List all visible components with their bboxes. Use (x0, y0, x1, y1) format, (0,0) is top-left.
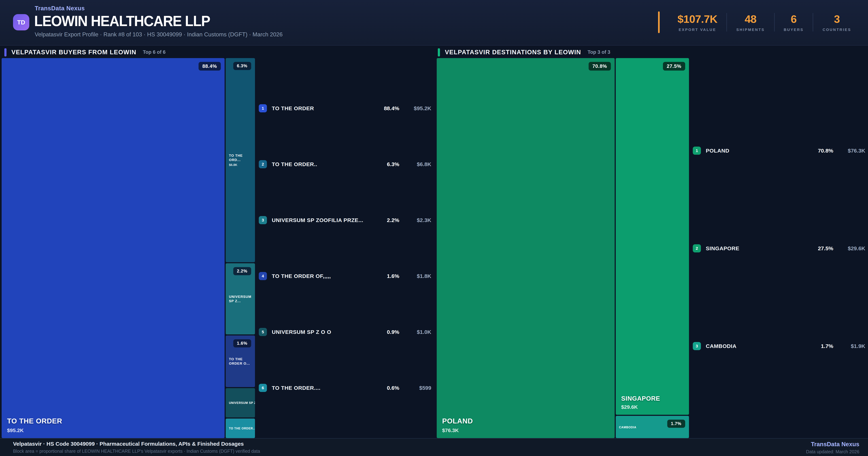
stat-countries-label: COUNTRIES (823, 28, 851, 31)
destinations-top-label: Top 3 of 3 (588, 49, 610, 55)
destination-row-3[interactable]: 3 CAMBODIA 1.7% $1.9K (693, 340, 865, 351)
treemap-block-buyer-3[interactable]: 2.2% UNIVERSUM SP Z... (226, 263, 255, 334)
treemap-block-buyer-5[interactable]: UNIVERSUM SP Z O O (226, 388, 255, 418)
brand-logo: TD (13, 14, 29, 30)
footer: Velpatasvir · HS Code 30049099 · Pharmac… (0, 438, 868, 456)
buyer-4-share-badge: 1.6% (233, 339, 251, 347)
destinations-accent-bar (438, 48, 440, 56)
destinations-section-title: VELPATASVIR DESTINATIONS BY LEOWIN (445, 49, 581, 55)
treemap-block-buyer-4[interactable]: 1.6% TO THE ORDER O... (226, 336, 255, 387)
destination-row-2-name: SINGAPORE (706, 245, 803, 251)
buyer-row-3-name: UNIVERSUM SP ZOOFILIA PRZE... (272, 217, 369, 223)
buyer-row-4-name: TO THE ORDER OF,,,,, (272, 273, 369, 279)
stat-countries: 3 COUNTRIES (813, 13, 860, 31)
stat-buyers-number: 6 (784, 13, 804, 26)
footer-note-line: Block area = proportional share of LEOWI… (13, 448, 260, 454)
buyers-accent-bar (4, 48, 6, 56)
destination-row-2[interactable]: 2 SINGAPORE 27.5% $29.6K (693, 243, 865, 254)
buyer-row-4-pct: 1.6% (374, 273, 399, 279)
buyer-row-5[interactable]: 5 UNIVERSUM SP Z O O 0.9% $1.0K (259, 326, 431, 337)
destination-2-share-badge: 27.5% (663, 62, 685, 70)
header-stats: $107.7K EXPORT VALUE 48 SHIPMENTS 6 BUYE… (658, 7, 860, 37)
buyer-1-block-value: $95.2K (7, 427, 62, 433)
destination-3-block-name: CAMBODIA (619, 425, 687, 429)
destinations-section-header: VELPATASVIR DESTINATIONS BY LEOWIN Top 3… (438, 48, 610, 56)
buyer-1-block-name: TO THE ORDER (7, 417, 62, 425)
buyer-row-5-name: UNIVERSUM SP Z O O (272, 329, 369, 335)
buyer-row-3-pct: 2.2% (374, 217, 399, 223)
buyer-4-block-label: TO THE ORDER O... (229, 357, 253, 366)
treemap-block-destination-2[interactable]: 27.5% SINGAPORE $29.6K (616, 58, 689, 415)
buyer-row-6[interactable]: 6 TO THE ORDER.... 0.6% $599 (259, 382, 431, 393)
destination-row-3-rank-badge: 3 (693, 342, 701, 350)
treemap-block-destination-3[interactable]: 1.7% CAMBODIA (616, 416, 689, 438)
brand-name: TransData Nexus (35, 5, 85, 11)
buyer-5-block-name: UNIVERSUM SP Z O O (229, 401, 253, 404)
destination-row-3-pct: 1.7% (808, 343, 833, 349)
stat-countries-number: 3 (823, 13, 851, 26)
brand-logo-text: TD (17, 19, 25, 26)
destination-row-2-rank-badge: 2 (693, 244, 701, 252)
buyer-row-3-rank-badge: 3 (259, 216, 267, 224)
buyer-row-1[interactable]: 1 TO THE ORDER 88.4% $95.2K (259, 103, 431, 114)
footer-brand: TransData Nexus (806, 440, 859, 447)
stat-shipments-label: SHIPMENTS (736, 28, 765, 31)
buyer-row-2-rank-badge: 2 (259, 160, 267, 168)
buyer-row-3-value: $2.3K (404, 217, 431, 223)
buyers-top-label: Top 6 of 6 (143, 49, 166, 55)
buyers-section-header: VELPATASVIR BUYERS FROM LEOWIN Top 6 of … (4, 48, 165, 56)
dashboard: TD TransData Nexus LEOWIN HEALTHCARE LLP… (0, 0, 868, 456)
buyer-3-block-name: UNIVERSUM SP Z... (229, 294, 253, 303)
buyer-row-2-pct: 6.3% (374, 162, 399, 167)
buyer-2-block-label: TO THE ORD... $6.8K (229, 153, 253, 167)
destination-3-block-label: CAMBODIA (619, 425, 687, 429)
buyer-row-5-pct: 0.9% (374, 329, 399, 335)
page-title: LEOWIN HEALTHCARE LLP (34, 13, 210, 30)
destination-1-block-value: $76.3K (442, 427, 473, 433)
buyer-1-block-label: TO THE ORDER $95.2K (7, 417, 62, 433)
buyer-6-block-label: TO THE ORDER.... (229, 427, 253, 430)
treemap-block-buyer-2[interactable]: 6.3% TO THE ORD... $6.8K (226, 58, 255, 262)
buyer-row-2[interactable]: 2 TO THE ORDER.. 6.3% $6.8K (259, 159, 431, 170)
footer-right: TransData Nexus Data updated: March 2026 (806, 440, 859, 454)
destinations-list: 1 POLAND 70.8% $76.3K 2 SINGAPORE 27.5% … (693, 58, 865, 438)
destination-1-block-name: POLAND (442, 417, 473, 425)
buyer-1-share-badge: 88.4% (198, 62, 221, 70)
destination-row-3-value: $1.9K (838, 343, 865, 349)
treemap-block-buyer-6[interactable]: TO THE ORDER.... (226, 419, 255, 438)
buyer-row-1-name: TO THE ORDER (272, 106, 369, 111)
destination-row-2-value: $29.6K (838, 245, 865, 251)
footer-left: Velpatasvir · HS Code 30049099 · Pharmac… (13, 441, 260, 454)
treemap-block-buyer-1[interactable]: 88.4% TO THE ORDER $95.2K (2, 58, 225, 438)
buyer-6-block-name: TO THE ORDER.... (229, 427, 253, 430)
buyers-list: 1 TO THE ORDER 88.4% $95.2K 2 TO THE ORD… (259, 58, 431, 438)
buyer-2-block-name: TO THE ORD... (229, 153, 253, 162)
buyer-row-1-pct: 88.4% (374, 106, 399, 111)
stat-export-value-number: $107.7K (678, 13, 717, 26)
page-subtitle: Velpatasvir Export Profile · Rank #8 of … (35, 31, 283, 37)
buyer-row-2-name: TO THE ORDER.. (272, 162, 369, 167)
destination-row-1-value: $76.3K (838, 147, 865, 153)
stat-buyers-label: BUYERS (784, 28, 804, 31)
buyer-row-2-value: $6.8K (404, 162, 431, 167)
destination-row-1-name: POLAND (706, 147, 803, 153)
buyer-row-6-pct: 0.6% (374, 385, 399, 391)
buyer-3-share-badge: 2.2% (233, 267, 251, 275)
buyer-row-3[interactable]: 3 UNIVERSUM SP ZOOFILIA PRZE... 2.2% $2.… (259, 215, 431, 226)
buyer-3-block-label: UNIVERSUM SP Z... (229, 294, 253, 303)
destination-row-1-pct: 70.8% (808, 147, 833, 153)
destination-2-block-label: SINGAPORE $29.6K (621, 395, 660, 410)
buyer-row-4-value: $1.8K (404, 273, 431, 279)
destination-row-1[interactable]: 1 POLAND 70.8% $76.3K (693, 145, 865, 156)
treemap-block-destination-1[interactable]: 70.8% POLAND $76.3K (437, 58, 615, 438)
buyer-2-block-value: $6.8K (229, 164, 253, 167)
stat-buyers: 6 BUYERS (774, 13, 813, 31)
stat-export-value-label: EXPORT VALUE (678, 28, 717, 31)
buyer-2-share-badge: 6.3% (233, 62, 251, 70)
footer-updated: Data updated: March 2026 (806, 449, 859, 454)
buyer-row-4[interactable]: 4 TO THE ORDER OF,,,,, 1.6% $1.8K (259, 270, 431, 281)
destination-1-block-label: POLAND $76.3K (442, 417, 473, 433)
buyer-row-6-value: $599 (404, 385, 431, 391)
buyer-4-block-name: TO THE ORDER O... (229, 357, 253, 366)
buyer-row-5-rank-badge: 5 (259, 328, 267, 336)
